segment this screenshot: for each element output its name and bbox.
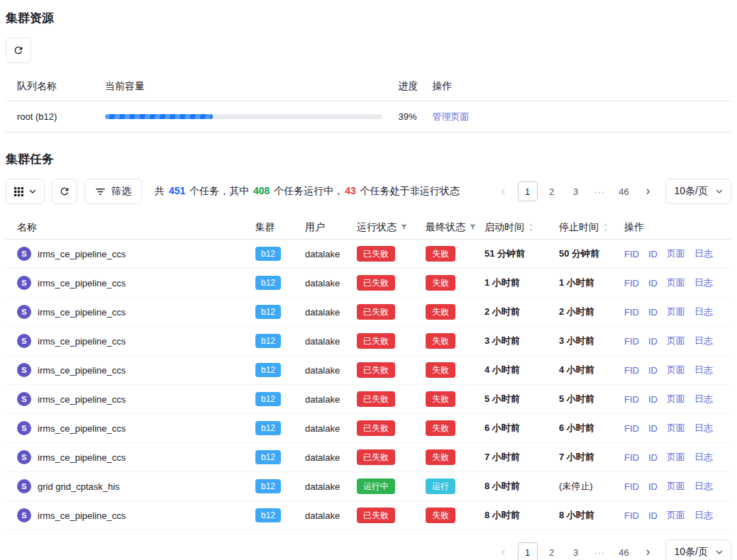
manage-page-link[interactable]: 管理页面 — [433, 111, 470, 122]
action-fid-link[interactable]: FID — [624, 452, 639, 463]
final-status-cell: 失败 — [426, 246, 484, 262]
action-id-link[interactable]: ID — [648, 307, 658, 318]
pagination-page-2[interactable]: 2 — [542, 542, 562, 560]
chevron-left-icon[interactable]: ‹ — [494, 181, 514, 201]
action-id-link[interactable]: ID — [648, 278, 658, 289]
action-fid-link[interactable]: FID — [624, 423, 639, 434]
action-fid-link[interactable]: FID — [624, 336, 639, 347]
layout-dropdown-button[interactable] — [6, 179, 45, 204]
page-size-select[interactable]: 10条/页 — [665, 179, 731, 204]
action-id-link[interactable]: ID — [648, 394, 658, 405]
page-size-select-bottom[interactable]: 10条/页 — [665, 539, 731, 560]
cluster-cell: b12 — [255, 479, 305, 493]
action-page-link[interactable]: 页面 — [667, 422, 685, 435]
col-final-status[interactable]: 最终状态 — [426, 221, 484, 234]
final-status-badge: 失败 — [426, 391, 455, 407]
final-status-badge: 失败 — [426, 420, 455, 436]
user-name: datalake — [305, 423, 340, 434]
task-row: S grid grid_cptask_his b12 datalake 运行中 … — [6, 472, 731, 501]
sort-icon[interactable] — [602, 223, 609, 233]
action-fid-link[interactable]: FID — [624, 481, 639, 492]
avatar: S — [17, 305, 31, 319]
action-log-link[interactable]: 日志 — [694, 335, 713, 347]
cluster-cell: b12 — [255, 421, 305, 435]
action-log-link[interactable]: 日志 — [694, 393, 713, 405]
filter-funnel-icon[interactable] — [400, 223, 408, 231]
col-stop-time-label: 停止时间 — [559, 221, 599, 234]
action-id-link[interactable]: ID — [648, 423, 658, 434]
action-fid-link[interactable]: FID — [624, 510, 639, 521]
action-page-link[interactable]: 页面 — [667, 306, 685, 318]
stop-time: 5 小时前 — [559, 393, 624, 405]
cluster-cell: b12 — [255, 450, 305, 464]
user-cell: datalake — [305, 365, 357, 376]
action-page-link[interactable]: 页面 — [667, 247, 685, 260]
action-id-link[interactable]: ID — [648, 336, 658, 347]
col-progress: 进度 — [399, 80, 433, 93]
stop-time: 50 分钟前 — [559, 247, 624, 260]
action-page-link[interactable]: 页面 — [667, 393, 685, 405]
pagination-page-3[interactable]: 3 — [566, 542, 586, 560]
user-cell: datalake — [305, 423, 357, 434]
tasks-table-header: 名称 集群 用户 运行状态 最终状态 — [6, 215, 731, 240]
action-page-link[interactable]: 页面 — [667, 480, 685, 493]
pagination-page-46[interactable]: 46 — [614, 542, 634, 560]
action-log-link[interactable]: 日志 — [694, 480, 713, 493]
action-page-link[interactable]: 页面 — [667, 364, 685, 376]
cluster-badge: b12 — [255, 421, 281, 435]
col-user: 用户 — [305, 221, 357, 234]
avatar: S — [17, 421, 31, 435]
refresh-tasks-button[interactable] — [52, 179, 77, 204]
chevron-right-icon[interactable]: › — [638, 181, 658, 201]
action-log-link[interactable]: 日志 — [694, 422, 713, 435]
chevron-right-icon[interactable]: › — [638, 542, 658, 560]
action-log-link[interactable]: 日志 — [694, 276, 713, 289]
action-fid-link[interactable]: FID — [624, 278, 639, 289]
avatar: S — [17, 276, 31, 290]
action-id-link[interactable]: ID — [648, 365, 658, 376]
action-fid-link[interactable]: FID — [624, 249, 639, 259]
pagination-page-1[interactable]: 1 — [518, 542, 538, 560]
start-time: 1 小时前 — [484, 276, 559, 289]
pagination-page-2[interactable]: 2 — [542, 181, 562, 201]
action-page-link[interactable]: 页面 — [667, 509, 685, 522]
action-id-link[interactable]: ID — [648, 452, 658, 463]
run-status-cell: 已失败 — [357, 362, 426, 378]
col-capacity: 当前容量 — [105, 80, 399, 93]
cluster-cell: b12 — [255, 508, 305, 522]
summary-text-4: 个任务处于非运行状态 — [358, 185, 460, 196]
pagination-page-1[interactable]: 1 — [518, 181, 538, 201]
stop-time: 8 小时前 — [559, 509, 624, 522]
action-log-link[interactable]: 日志 — [694, 364, 713, 376]
pagination-page-3[interactable]: 3 — [566, 181, 586, 201]
action-id-link[interactable]: ID — [648, 249, 658, 259]
chevron-left-icon[interactable]: ‹ — [494, 542, 514, 560]
sort-icon[interactable] — [528, 223, 534, 233]
name-cell: S irms_ce_pipeline_ccs — [17, 334, 255, 348]
action-id-link[interactable]: ID — [648, 481, 658, 492]
action-log-link[interactable]: 日志 — [694, 247, 713, 260]
action-id-link[interactable]: ID — [648, 510, 658, 521]
pagination-page-46[interactable]: 46 — [614, 181, 634, 201]
action-fid-link[interactable]: FID — [624, 394, 639, 405]
filter-funnel-icon[interactable] — [469, 223, 477, 231]
col-start-time[interactable]: 启动时间 — [484, 221, 559, 234]
action-log-link[interactable]: 日志 — [694, 306, 713, 318]
action-page-link[interactable]: 页面 — [667, 451, 685, 464]
run-status-cell: 已失败 — [357, 275, 426, 291]
action-log-link[interactable]: 日志 — [694, 509, 713, 522]
final-status-badge: 失败 — [426, 508, 455, 523]
run-status-badge: 已失败 — [357, 391, 395, 407]
col-stop-time[interactable]: 停止时间 — [559, 221, 624, 234]
action-page-link[interactable]: 页面 — [667, 335, 685, 347]
refresh-resources-button[interactable] — [6, 38, 31, 63]
action-page-link[interactable]: 页面 — [667, 276, 685, 289]
stop-time: 3 小时前 — [559, 335, 624, 347]
action-log-link[interactable]: 日志 — [694, 451, 713, 464]
action-fid-link[interactable]: FID — [624, 365, 639, 376]
col-run-status[interactable]: 运行状态 — [357, 221, 426, 234]
row-actions: FIDID页面日志 — [624, 509, 726, 522]
action-fid-link[interactable]: FID — [624, 307, 639, 318]
filter-button[interactable]: 筛选 — [84, 179, 142, 204]
user-cell: datalake — [305, 452, 357, 463]
